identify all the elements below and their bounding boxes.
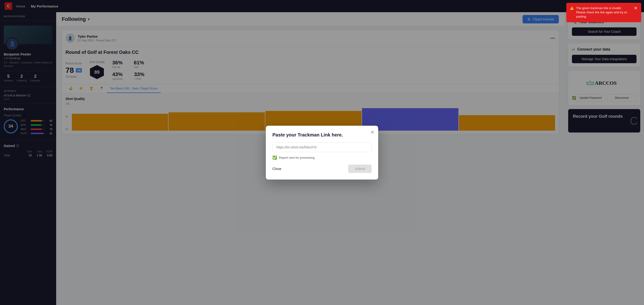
toast-close-button[interactable]: ✕ (634, 6, 638, 10)
success-text: Report sent for processing (279, 156, 314, 160)
submit-button[interactable]: Submit (348, 164, 372, 173)
warning-icon: ⚠️ (570, 6, 574, 10)
success-icon: ✅ (272, 156, 277, 160)
error-toast: ⚠️ The given trackman link is invalid. P… (566, 3, 641, 22)
close-button[interactable]: Close (272, 167, 281, 171)
modal-actions: Close Submit (272, 164, 372, 173)
trackman-modal: Paste your Trackman Link here. ✕ ✅ Repor… (266, 126, 378, 180)
trackman-link-input[interactable] (272, 142, 372, 152)
modal-overlay[interactable]: Paste your Trackman Link here. ✕ ✅ Repor… (0, 0, 644, 305)
error-message: The given trackman link is invalid. Plea… (576, 6, 630, 19)
modal-title: Paste your Trackman Link here. (272, 132, 372, 138)
success-message: ✅ Report sent for processing (272, 156, 372, 160)
modal-close-button[interactable]: ✕ (370, 130, 374, 135)
